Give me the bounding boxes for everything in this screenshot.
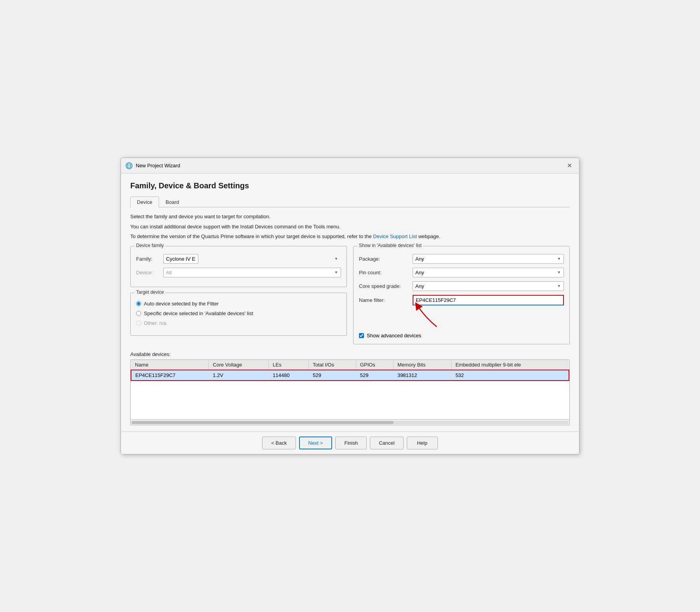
core-speed-label: Core speed grade:: [359, 283, 410, 289]
device-row: Device: All: [136, 268, 341, 277]
show-available-title: Show in 'Available devices' list: [357, 243, 423, 248]
cell-name: EP4CE115F29C7: [131, 370, 209, 381]
package-row: Package: Any: [359, 254, 564, 264]
left-panel: Device family Family: Cyclone IV E Devic…: [130, 246, 347, 350]
tabs-bar: Device Board: [130, 196, 570, 207]
table-header-row: Name Core Voltage LEs Total I/Os GPIOs M…: [131, 360, 569, 370]
cell-memory-bits: 3981312: [393, 370, 451, 381]
window-title: New Project Wizard: [136, 163, 180, 168]
package-select[interactable]: Any: [413, 254, 564, 264]
family-label: Family:: [136, 256, 163, 262]
col-gpios: GPIOs: [356, 360, 393, 370]
radio-auto-label: Auto device selected by the Fitter: [144, 301, 219, 307]
tab-board[interactable]: Board: [159, 196, 186, 207]
core-speed-select-wrapper: Any: [413, 281, 564, 291]
col-memory-bits: Memory Bits: [393, 360, 451, 370]
next-button[interactable]: Next >: [299, 437, 332, 449]
table-header: Name Core Voltage LEs Total I/Os GPIOs M…: [131, 360, 569, 370]
pin-count-label: Pin count:: [359, 270, 410, 275]
help-button[interactable]: Help: [407, 437, 438, 449]
table-body: EP4CE115F29C7 1.2V 114480 529 529 398131…: [131, 370, 569, 419]
core-speed-row: Core speed grade: Any: [359, 281, 564, 291]
show-advanced-label: Show advanced devices: [367, 333, 421, 338]
col-total-ios: Total I/Os: [309, 360, 356, 370]
package-label: Package:: [359, 256, 410, 262]
page-title: Family, Device & Board Settings: [130, 181, 570, 190]
col-core-voltage: Core Voltage: [209, 360, 269, 370]
pin-count-select[interactable]: Any: [413, 268, 564, 277]
back-button[interactable]: < Back: [262, 437, 296, 449]
app-icon: [126, 162, 133, 169]
core-speed-select[interactable]: Any: [413, 281, 564, 291]
horizontal-scrollbar[interactable]: [131, 419, 569, 425]
radio-other-label: Other: n/a: [144, 320, 166, 326]
description-suffix: webpage.: [417, 233, 440, 239]
radio-other: Other: n/a: [136, 320, 341, 326]
cell-embedded-mult: 532: [452, 370, 569, 381]
radio-specific-label: Specific device selected in 'Available d…: [144, 310, 253, 316]
device-family-group: Device family Family: Cyclone IV E Devic…: [130, 246, 347, 287]
titlebar-left: New Project Wizard: [126, 162, 180, 169]
table-row-empty: [131, 381, 569, 419]
description-line1: Select the family and device you want to…: [130, 213, 570, 221]
scrollbar-thumb: [131, 421, 394, 424]
device-label: Device:: [136, 270, 163, 275]
cell-gpios: 529: [356, 370, 393, 381]
tab-device[interactable]: Device: [130, 196, 159, 207]
col-embedded-mult: Embedded multiplier 9-bit ele: [452, 360, 569, 370]
devices-table-wrapper: Name Core Voltage LEs Total I/Os GPIOs M…: [130, 359, 570, 426]
show-available-group: Show in 'Available devices' list Package…: [353, 246, 570, 344]
table-row[interactable]: EP4CE115F29C7 1.2V 114480 529 529 398131…: [131, 370, 569, 381]
description-line3: To determine the version of the Quartus …: [130, 233, 570, 240]
main-content: Family, Device & Board Settings Device B…: [121, 174, 579, 431]
target-device-group: Target device Auto device selected by th…: [130, 293, 347, 336]
radio-group: Auto device selected by the Fitter Speci…: [136, 301, 341, 326]
titlebar: New Project Wizard ✕: [121, 158, 579, 174]
cancel-button[interactable]: Cancel: [370, 437, 403, 449]
name-filter-label: Name filter:: [359, 297, 410, 303]
scrollbar-track: [131, 421, 569, 424]
close-button[interactable]: ✕: [565, 161, 574, 170]
red-arrow-annotation: [410, 302, 444, 329]
col-les: LEs: [269, 360, 309, 370]
panels: Device family Family: Cyclone IV E Devic…: [130, 246, 570, 350]
show-advanced-row: Show advanced devices: [359, 333, 564, 338]
col-name: Name: [131, 360, 209, 370]
description-prefix: To determine the version of the Quartus …: [130, 233, 373, 239]
device-support-link[interactable]: Device Support List: [373, 233, 417, 239]
description-line2: You can install additional device suppor…: [130, 223, 570, 231]
cell-core-voltage: 1.2V: [209, 370, 269, 381]
pin-count-select-wrapper: Any: [413, 268, 564, 277]
finish-button[interactable]: Finish: [335, 437, 367, 449]
device-select[interactable]: All: [163, 268, 341, 277]
target-device-title: Target device: [135, 289, 165, 295]
device-family-title: Device family: [135, 243, 165, 248]
family-select-wrapper: Cyclone IV E: [163, 254, 341, 264]
right-panel: Show in 'Available devices' list Package…: [353, 246, 570, 350]
name-filter-row: Name filter:: [359, 295, 564, 305]
footer: < Back Next > Finish Cancel Help: [121, 431, 579, 454]
family-select[interactable]: Cyclone IV E: [163, 254, 198, 264]
available-devices-label: Available devices:: [130, 351, 570, 357]
radio-auto: Auto device selected by the Fitter: [136, 301, 341, 307]
family-row: Family: Cyclone IV E: [136, 254, 341, 264]
radio-other-input: [136, 321, 141, 326]
cell-les: 114480: [269, 370, 309, 381]
radio-auto-input[interactable]: [136, 301, 141, 306]
radio-specific: Specific device selected in 'Available d…: [136, 310, 341, 316]
radio-specific-input[interactable]: [136, 311, 141, 316]
show-advanced-checkbox[interactable]: [359, 333, 364, 338]
device-select-wrapper: All: [163, 268, 341, 277]
pin-count-row: Pin count: Any: [359, 268, 564, 277]
cell-total-ios: 529: [309, 370, 356, 381]
devices-table: Name Core Voltage LEs Total I/Os GPIOs M…: [131, 360, 569, 420]
package-select-wrapper: Any: [413, 254, 564, 264]
main-window: New Project Wizard ✕ Family, Device & Bo…: [121, 158, 579, 454]
